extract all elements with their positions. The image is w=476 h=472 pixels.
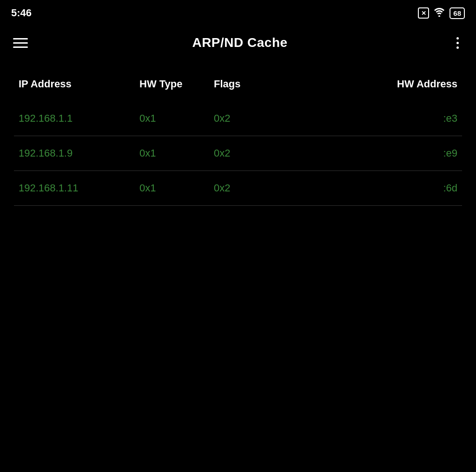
cell-ip-1: 192.168.1.9	[19, 147, 139, 159]
status-icons: ✕ 68	[418, 7, 465, 19]
header-ip-address: IP Address	[19, 78, 139, 90]
cell-flags-2: 0x2	[214, 182, 279, 194]
cell-hwaddr-0: :e3	[279, 112, 457, 125]
cell-hwtype-1: 0x1	[139, 147, 214, 159]
status-time: 5:46	[11, 7, 32, 19]
cell-hwtype-2: 0x1	[139, 182, 214, 194]
cell-ip-0: 192.168.1.1	[19, 112, 139, 125]
app-bar: ARP/ND Cache	[0, 24, 476, 61]
header-hw-address: HW Address	[279, 78, 457, 90]
status-bar: 5:46 ✕ 68	[0, 0, 476, 24]
arp-table: IP Address HW Type Flags HW Address 192.…	[0, 61, 476, 215]
table-row[interactable]: 192.168.1.9 0x1 0x2 :e9	[14, 136, 462, 171]
wifi-icon	[434, 7, 445, 19]
cell-ip-2: 192.168.1.11	[19, 182, 139, 194]
cell-flags-0: 0x2	[214, 112, 279, 125]
header-hw-type: HW Type	[139, 78, 214, 90]
table-row[interactable]: 192.168.1.1 0x1 0x2 :e3	[14, 101, 462, 136]
svg-point-0	[438, 15, 440, 17]
more-options-button[interactable]	[450, 35, 465, 50]
cell-hwtype-0: 0x1	[139, 112, 214, 125]
cell-hwaddr-1: :e9	[279, 147, 457, 159]
cell-hwaddr-2: :6d	[279, 182, 457, 194]
cell-flags-1: 0x2	[214, 147, 279, 159]
battery-icon: 68	[450, 7, 465, 19]
close-icon: ✕	[418, 7, 429, 19]
header-flags: Flags	[214, 78, 279, 90]
page-title: ARP/ND Cache	[30, 35, 450, 50]
table-row[interactable]: 192.168.1.11 0x1 0x2 :6d	[14, 171, 462, 206]
table-header: IP Address HW Type Flags HW Address	[14, 71, 462, 98]
hamburger-menu-button[interactable]	[11, 36, 30, 50]
